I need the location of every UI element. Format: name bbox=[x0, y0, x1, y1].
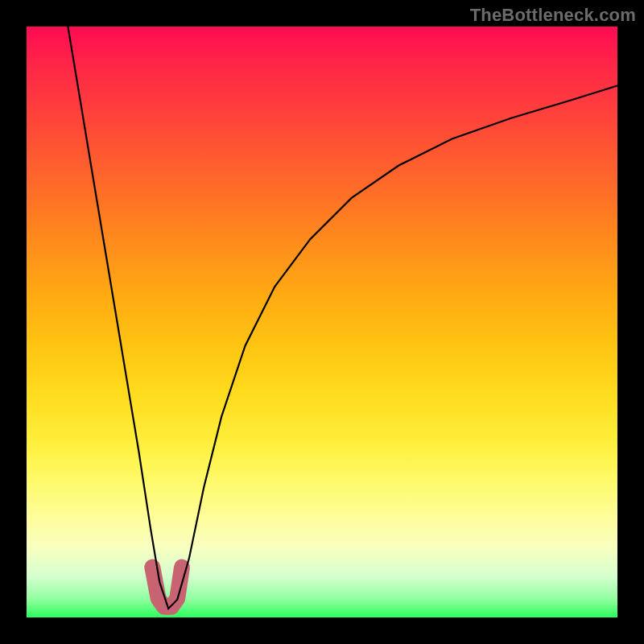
curve-layer bbox=[27, 27, 617, 617]
plot-area bbox=[27, 27, 617, 617]
bottleneck-curve bbox=[68, 27, 617, 609]
watermark-text: TheBottleneck.com bbox=[470, 5, 636, 26]
optimal-region-marker bbox=[152, 568, 182, 607]
chart-frame: TheBottleneck.com bbox=[0, 0, 644, 644]
